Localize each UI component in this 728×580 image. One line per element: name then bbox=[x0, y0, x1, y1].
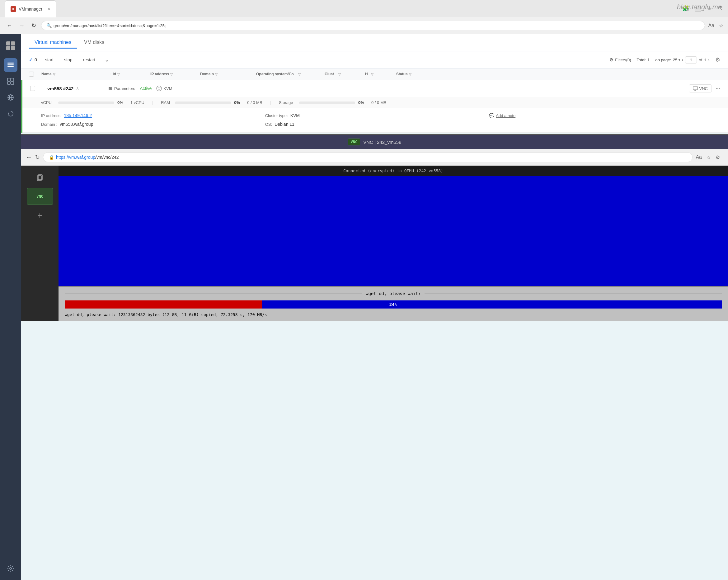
vnc-refresh-button[interactable]: ↻ bbox=[35, 154, 40, 161]
header-ip[interactable]: IP address ▽ bbox=[150, 72, 200, 76]
vnc-back-button[interactable]: ← bbox=[26, 154, 32, 160]
vm-vnc-button[interactable]: VNC bbox=[689, 84, 712, 93]
tab-virtual-machines[interactable]: Virtual machines bbox=[29, 37, 77, 49]
vnc-settings-icon[interactable]: ⚙ bbox=[716, 154, 720, 160]
sidebar-item-network[interactable] bbox=[4, 91, 18, 104]
title-sep-left bbox=[65, 294, 362, 294]
svg-rect-1 bbox=[6, 42, 10, 46]
svg-point-22 bbox=[157, 86, 161, 91]
vm-kvm-btn[interactable]: KVM bbox=[156, 85, 172, 91]
header-name[interactable]: Name ▽ bbox=[42, 72, 110, 76]
vnc-title-icon-badge: VNC bbox=[348, 138, 360, 145]
page-number-input[interactable] bbox=[685, 56, 697, 64]
address-url: group/vm/manager/host/list?filter=~&sort… bbox=[54, 23, 166, 28]
wget-progress-bar-container: 24% bbox=[65, 300, 722, 308]
page-info: on page: 25 ▾ ‹ of 1 › bbox=[655, 56, 710, 64]
vcpu-stat: vCPU 0% 1 vCPU bbox=[41, 100, 145, 105]
header-check[interactable] bbox=[29, 72, 42, 77]
tab-vm-disks[interactable]: VM disks bbox=[78, 37, 110, 49]
svg-point-24 bbox=[160, 87, 161, 89]
forward-button[interactable]: → bbox=[17, 21, 26, 31]
bookmark-icon[interactable]: ☆ bbox=[719, 23, 723, 29]
title-sep-right bbox=[424, 294, 722, 294]
wget-progress-text: 24% bbox=[389, 302, 397, 307]
vnc-titlebar: VNC VNC | 242_vm558 bbox=[21, 135, 728, 149]
svg-point-23 bbox=[158, 87, 159, 89]
total-count: Total: 1 bbox=[637, 58, 650, 62]
header-id[interactable]: ↓ id ▽ bbox=[110, 72, 150, 76]
more-actions-button[interactable]: ⌄ bbox=[103, 55, 110, 65]
vm-status-badge: Active bbox=[140, 86, 152, 91]
back-button[interactable]: ← bbox=[5, 21, 14, 31]
note-detail[interactable]: 💬 Add a note bbox=[489, 113, 709, 118]
vnc-address-bar[interactable]: 🔒 https://vm.waf.group/vm/vnc/242 bbox=[43, 152, 693, 162]
vm-tabs: Virtual machines VM disks bbox=[21, 34, 728, 51]
header-os[interactable]: Operating system/Co... ▽ bbox=[256, 72, 324, 76]
vnc-bookmark-icon[interactable]: ☆ bbox=[706, 154, 711, 160]
svg-point-15 bbox=[10, 568, 11, 570]
header-host[interactable]: H.. ▽ bbox=[365, 72, 396, 76]
vnc-copy-icon-btn[interactable] bbox=[27, 169, 53, 186]
vm-expand-icon[interactable]: ∧ bbox=[76, 86, 79, 91]
vnc-sidebar: VNC + bbox=[21, 166, 58, 321]
table-row: vm558 #242 ∧ Parameters Active KVM bbox=[22, 80, 728, 97]
sidebar-item-list[interactable] bbox=[4, 58, 18, 72]
vm-params-btn[interactable]: Parameters bbox=[108, 86, 135, 91]
vnc-active-icon-btn[interactable]: VNC bbox=[27, 188, 53, 205]
vm-name-cell: vm558 #242 ∧ bbox=[47, 86, 103, 91]
table-settings-icon[interactable]: ⚙ bbox=[715, 56, 720, 63]
prev-page-button[interactable]: ‹ bbox=[682, 57, 683, 62]
per-page-selector[interactable]: 25 ▾ bbox=[673, 58, 680, 62]
read-mode-icon[interactable]: Aa bbox=[708, 23, 714, 28]
ip-value[interactable]: 185.149.146.2 bbox=[64, 113, 92, 118]
wget-title: wget dd, please wait: bbox=[65, 291, 722, 296]
wget-overlay: wget dd, please wait: 24% wget dd, pleas… bbox=[58, 286, 728, 321]
sidebar-logo[interactable] bbox=[4, 39, 18, 53]
vnc-screen[interactable]: Connected (encrypted) to QEMU (242_vm558… bbox=[58, 166, 728, 321]
next-page-button[interactable]: › bbox=[708, 57, 710, 62]
watermark: blog.tanglu.me bbox=[677, 3, 722, 11]
sidebar-item-grid[interactable] bbox=[4, 74, 18, 88]
address-bar[interactable]: 🔍 group/vm/manager/host/list?filter=~&so… bbox=[41, 21, 705, 30]
sidebar bbox=[0, 34, 21, 580]
header-cluster[interactable]: Clust... ▽ bbox=[324, 72, 365, 76]
stop-button[interactable]: stop bbox=[62, 56, 75, 64]
cluster-detail: Cluster type: KVM bbox=[265, 113, 486, 118]
vnc-add-tab-button[interactable]: + bbox=[27, 209, 53, 222]
vnc-content-area: VNC + Connected (encrypted) to QEMU (242… bbox=[21, 166, 728, 321]
refresh-button[interactable]: ↻ bbox=[30, 20, 38, 31]
url-scheme: https:// bbox=[56, 155, 69, 160]
tab-title: VMmanager bbox=[19, 6, 42, 11]
vm-details-row: IP address: 185.149.146.2 Cluster type: … bbox=[22, 108, 728, 133]
vnc-bar-icons: Aa ☆ ⚙ bbox=[696, 154, 720, 160]
svg-rect-5 bbox=[7, 62, 14, 64]
wget-status-text: wget dd, please wait: 12313362432 bytes … bbox=[65, 312, 722, 317]
svg-point-25 bbox=[159, 89, 160, 90]
sidebar-item-recovery[interactable] bbox=[4, 107, 18, 121]
vnc-read-mode-icon[interactable]: Aa bbox=[696, 154, 702, 160]
svg-rect-8 bbox=[7, 78, 10, 81]
row-checkbox[interactable] bbox=[30, 86, 43, 91]
vm-more-btn[interactable]: ··· bbox=[716, 85, 720, 92]
svg-rect-26 bbox=[693, 86, 698, 90]
vm-row-container: vm558 #242 ∧ Parameters Active KVM bbox=[21, 80, 728, 133]
restart-button[interactable]: restart bbox=[81, 56, 98, 64]
browser-tab-vmmanager[interactable]: VMmanager ✕ bbox=[5, 0, 56, 18]
svg-rect-10 bbox=[7, 81, 10, 84]
ram-stat: RAM 0% 0 / 0 MB bbox=[161, 100, 262, 105]
vm-toolbar: ✓ 0 start stop restart ⌄ ⚙ Filters(0) To… bbox=[21, 51, 728, 69]
toolbar-check-count: ✓ 0 bbox=[29, 57, 37, 62]
filter-icon: ⚙ bbox=[609, 57, 614, 62]
header-domain[interactable]: Domain ▽ bbox=[200, 72, 256, 76]
filters-button[interactable]: ⚙ Filters(0) bbox=[609, 57, 631, 62]
vm-name: vm558 #242 bbox=[47, 86, 74, 91]
url-host: vm.waf.group bbox=[69, 155, 95, 160]
vnc-icon bbox=[693, 86, 698, 91]
sidebar-item-settings[interactable] bbox=[4, 562, 18, 575]
vnc-window: VNC VNC | 242_vm558 ← ↻ 🔒 https://vm.waf… bbox=[21, 134, 728, 321]
svg-rect-4 bbox=[11, 46, 15, 50]
start-button[interactable]: start bbox=[43, 56, 56, 64]
domain-detail: Domain : vm558.waf.group bbox=[41, 122, 261, 127]
tab-close-icon[interactable]: ✕ bbox=[47, 7, 50, 11]
header-status[interactable]: Status ▽ bbox=[396, 72, 720, 76]
